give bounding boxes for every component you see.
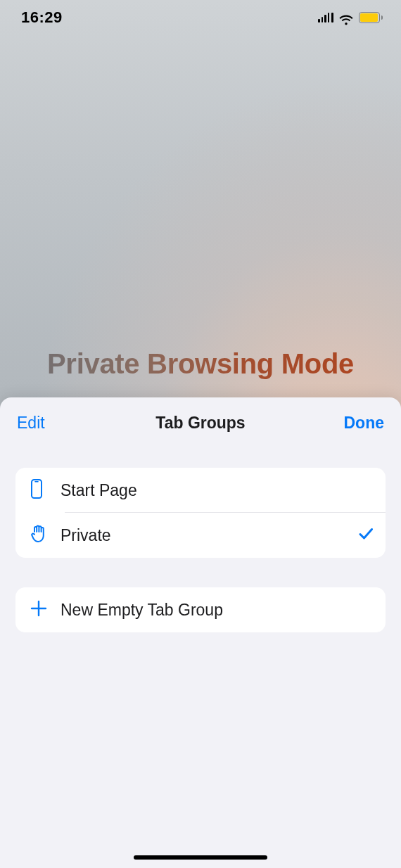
private-browsing-mode-label: Private Browsing Mode — [0, 348, 401, 380]
sheet-title: Tab Groups — [0, 414, 401, 433]
tab-group-label: Start Page — [61, 481, 353, 500]
edit-button[interactable]: Edit — [17, 414, 45, 433]
tab-groups-list: Start Page Private — [15, 468, 386, 558]
tab-group-private[interactable]: Private — [15, 513, 386, 558]
new-empty-tab-group-button[interactable]: New Empty Tab Group — [15, 587, 386, 632]
cellular-signal-icon — [318, 13, 333, 23]
screen: 16:29 Private Browsing Mode — [0, 0, 401, 868]
status-bar: 16:29 — [0, 0, 401, 35]
tab-groups-sheet: Edit Tab Groups Done Start Page — [0, 397, 401, 868]
tab-group-start-page[interactable]: Start Page — [15, 468, 386, 513]
wifi-icon — [338, 12, 354, 23]
phone-icon — [30, 478, 44, 502]
done-button[interactable]: Done — [344, 414, 385, 433]
status-icons — [318, 12, 383, 23]
sheet-header: Edit Tab Groups Done — [0, 397, 401, 448]
hand-icon — [30, 523, 48, 547]
tab-group-label: Private — [61, 526, 353, 545]
home-indicator[interactable] — [134, 855, 267, 860]
svg-rect-0 — [32, 480, 42, 498]
battery-icon — [359, 12, 383, 23]
new-tab-group-list: New Empty Tab Group — [15, 587, 386, 632]
status-time: 16:29 — [21, 8, 63, 27]
plus-icon — [30, 599, 48, 620]
check-icon — [357, 525, 374, 545]
new-tab-group-label: New Empty Tab Group — [61, 601, 353, 620]
